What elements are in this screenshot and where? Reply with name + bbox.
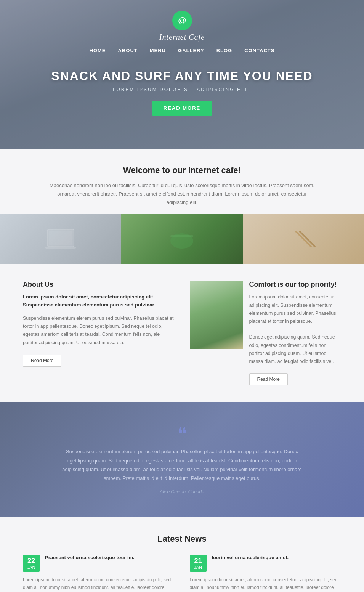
hero-headline: SNACK AND SURF ANY TIME YOU NEED xyxy=(51,69,313,83)
chopsticks-image-placeholder xyxy=(243,214,364,264)
news-body-2: Lorem ipsum dolor sit amet, aterm come c… xyxy=(190,576,342,592)
hero-cta-button[interactable]: READ MORE xyxy=(152,101,212,116)
date-day-1: 22 xyxy=(27,557,36,565)
nav-link-gallery[interactable]: GALLERY xyxy=(178,48,204,53)
image-strip-chopsticks xyxy=(243,214,364,264)
about-bold-text: Lorem ipsum dolor sit amet, consectetur … xyxy=(23,293,175,309)
news-header-1: 22 Jan Praesent vel urna scelerisque tou… xyxy=(23,555,175,572)
nav-menu: HOME ABOUT MENU GALLERY BLOG CONTACTS xyxy=(90,47,275,54)
welcome-title: Welcome to our internet cafe! xyxy=(46,165,318,175)
news-item-2: 21 Jan loerin vel urna scelerisque amet.… xyxy=(190,555,342,592)
nav-link-contacts[interactable]: CONTACTS xyxy=(244,48,274,53)
nav-link-blog[interactable]: BLOG xyxy=(216,48,233,53)
hero-subtext: LOREM IPSUM DOLOR SIT ADIPISCING ELIT xyxy=(51,87,313,92)
logo-symbol: @ xyxy=(178,16,186,26)
nav-item-menu[interactable]: MENU xyxy=(150,47,166,54)
date-badge-1: 22 Jan xyxy=(23,555,40,572)
comfort-text1: Lorem ipsum dolor sit amet, consectetur … xyxy=(249,293,342,326)
news-item-1: 22 Jan Praesent vel urna scelerisque tou… xyxy=(23,555,175,592)
date-day-2: 21 xyxy=(194,557,203,565)
news-title-2: loerin vel urna scelerisque amet. xyxy=(212,555,289,560)
about-title: About Us xyxy=(23,281,175,289)
nav-link-about[interactable]: ABOUT xyxy=(118,48,138,53)
navbar: @ Internet Cafe HOME ABOUT MENU GALLERY … xyxy=(0,0,364,54)
testimonial-content: ❝ Suspendisse elementum elerem purus sed… xyxy=(61,425,303,494)
image-strip-nature xyxy=(121,214,242,264)
nav-link-menu[interactable]: MENU xyxy=(150,48,166,53)
image-strip xyxy=(0,214,364,264)
nav-item-blog[interactable]: BLOG xyxy=(216,47,233,54)
date-month-2: Jan xyxy=(194,565,203,570)
hero-section: @ Internet Cafe HOME ABOUT MENU GALLERY … xyxy=(0,0,364,149)
nav-link-home[interactable]: HOME xyxy=(90,48,106,53)
comfort-image-inner xyxy=(190,281,243,349)
about-section: About Us Lorem ipsum dolor sit amet, con… xyxy=(0,264,364,402)
hero-text-block: SNACK AND SURF ANY TIME YOU NEED LOREM I… xyxy=(51,69,313,116)
news-header-2: 21 Jan loerin vel urna scelerisque amet. xyxy=(190,555,342,572)
comfort-read-more-button[interactable]: Read More xyxy=(249,373,288,385)
svg-line-6 xyxy=(300,231,315,247)
comfort-title: Comfort is our top priority! xyxy=(249,281,342,289)
testimonial-author: Alice Carson, Canada xyxy=(61,489,303,494)
welcome-text: Maecenas hendrerit non leo eu facilisis.… xyxy=(46,181,318,207)
testimonial-section: ❝ Suspendisse elementum elerem purus sed… xyxy=(0,402,364,517)
nav-item-home[interactable]: HOME xyxy=(90,47,106,54)
nav-item-contacts[interactable]: CONTACTS xyxy=(244,47,274,54)
svg-rect-1 xyxy=(49,231,72,245)
image-strip-laptop xyxy=(0,214,121,264)
news-body-1: Lorem ipsum dolor sit amet, aterm come c… xyxy=(23,576,175,592)
quote-icon: ❝ xyxy=(61,425,303,443)
hero-content: @ Internet Cafe HOME ABOUT MENU GALLERY … xyxy=(0,0,364,116)
news-title-1: Praesent vel urna scelerisque tour im. xyxy=(45,555,135,560)
nature-image-placeholder xyxy=(121,214,242,264)
news-section: Latest News 22 Jan Praesent vel urna sce… xyxy=(0,517,364,592)
about-us-block: About Us Lorem ipsum dolor sit amet, con… xyxy=(23,281,175,385)
svg-line-5 xyxy=(296,231,311,247)
laptop-image-placeholder xyxy=(0,214,121,264)
nav-item-about[interactable]: ABOUT xyxy=(118,47,138,54)
testimonial-text: Suspendisse elementum elerem purus sed p… xyxy=(61,447,303,483)
svg-rect-2 xyxy=(45,247,76,249)
comfort-block: Comfort is our top priority! Lorem ipsum… xyxy=(190,281,342,385)
welcome-section: Welcome to our internet cafe! Maecenas h… xyxy=(0,149,364,214)
svg-rect-4 xyxy=(170,235,193,237)
site-title: Internet Cafe xyxy=(159,33,205,42)
date-month-1: Jan xyxy=(27,565,36,570)
date-badge-2: 21 Jan xyxy=(190,555,207,572)
news-grid: 22 Jan Praesent vel urna scelerisque tou… xyxy=(23,555,341,592)
nav-item-gallery[interactable]: GALLERY xyxy=(178,47,204,54)
news-section-title: Latest News xyxy=(23,534,341,544)
about-body-text: Suspendisse elementum elerem purus sed p… xyxy=(23,314,175,347)
logo-icon[interactable]: @ xyxy=(172,11,192,30)
comfort-text2: Donec eget adipiscing quam. Sed neque od… xyxy=(249,333,342,366)
news-headline-2: loerin vel urna scelerisque amet. xyxy=(212,555,289,563)
about-read-more-button[interactable]: Read More xyxy=(23,355,61,367)
comfort-text-block: Comfort is our top priority! Lorem ipsum… xyxy=(249,281,342,385)
news-headline-1: Praesent vel urna scelerisque tour im. xyxy=(45,555,135,563)
comfort-image xyxy=(190,281,243,349)
